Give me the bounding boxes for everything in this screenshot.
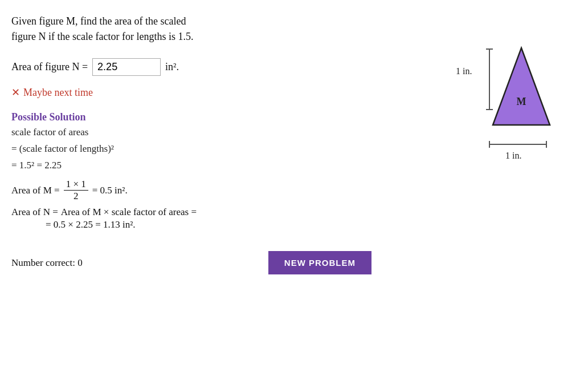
solution-block: Possible Solution scale factor of areas … xyxy=(11,111,371,174)
problem-line2: figure N if the scale factor for lengths… xyxy=(11,29,371,45)
new-problem-button[interactable]: NEW PROBLEM xyxy=(268,251,371,274)
area-input[interactable] xyxy=(92,58,161,76)
solution-line1: scale factor of areas xyxy=(11,124,371,141)
area-n-label-b: Area of M × scale factor of areas = xyxy=(61,207,197,218)
area-n-calc: = 0.5 × 2.25 = 1.13 in². xyxy=(46,219,136,230)
dim-width-label: 1 in. xyxy=(505,151,521,161)
area-unit: in². xyxy=(165,61,179,73)
number-correct: Number correct: 0 xyxy=(11,257,83,269)
fraction: 1 × 1 2 xyxy=(64,179,88,203)
triangle-figure: M xyxy=(490,45,553,128)
problem-line1: Given figure M, find the area of the sca… xyxy=(11,14,371,29)
area-m-result: = 0.5 in². xyxy=(92,185,128,196)
figure-area: 1 in. M 1 in. xyxy=(406,31,554,173)
area-m-label: Area of M = xyxy=(11,185,60,196)
area-n-block: Area of N = Area of M × scale factor of … xyxy=(11,207,371,230)
area-input-row: Area of figure N = in². xyxy=(11,58,371,76)
bottom-bar: Number correct: 0 NEW PROBLEM xyxy=(11,251,371,274)
solution-line2: = (scale factor of lengths)² xyxy=(11,141,371,157)
area-n-line1: Area of N = Area of M × scale factor of … xyxy=(11,207,371,218)
area-label: Area of figure N = xyxy=(11,61,88,73)
area-n-line2: = 0.5 × 2.25 = 1.13 in². xyxy=(46,219,371,230)
solution-title: Possible Solution xyxy=(11,111,371,123)
x-icon: ✕ xyxy=(11,86,20,99)
svg-text:M: M xyxy=(517,96,526,107)
figure-panel: 1 in. M 1 in. xyxy=(383,14,577,274)
fraction-denominator: 2 xyxy=(71,191,81,202)
feedback-text: Maybe next time xyxy=(23,87,93,99)
feedback-row: ✕ Maybe next time xyxy=(11,86,371,99)
area-m-row: Area of M = 1 × 1 2 = 0.5 in². xyxy=(11,179,371,203)
area-n-label-a: Area of N = xyxy=(11,207,58,218)
dim-height-label: 1 in. xyxy=(456,66,472,76)
solution-line3: = 1.5² = 2.25 xyxy=(11,157,371,174)
fraction-numerator: 1 × 1 xyxy=(64,179,88,191)
svg-marker-3 xyxy=(493,48,550,125)
horizontal-bracket xyxy=(488,139,548,149)
problem-text: Given figure M, find the area of the sca… xyxy=(11,14,371,45)
